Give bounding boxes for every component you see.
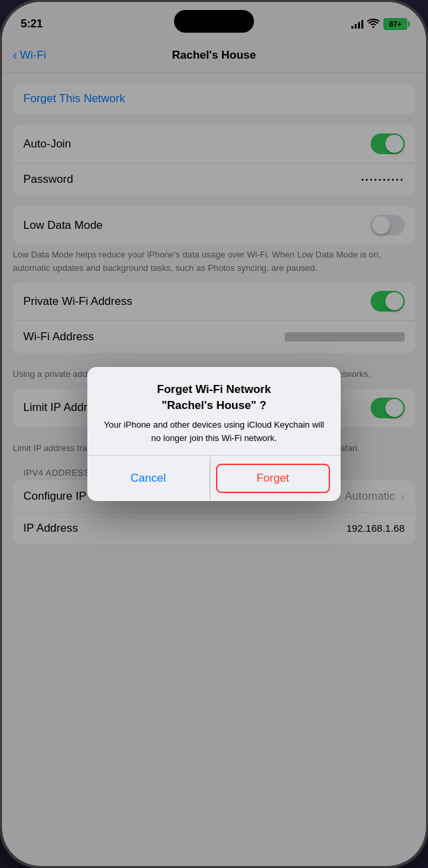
phone-frame: 5:21 87+ ‹	[0, 0, 428, 868]
alert-cancel-button[interactable]: Cancel	[87, 462, 210, 494]
screen: 5:21 87+ ‹	[2, 2, 426, 866]
alert-message: Your iPhone and other devices using iClo…	[103, 418, 325, 444]
alert-buttons: Cancel Forget	[87, 455, 341, 501]
alert-forget-button[interactable]: Forget	[216, 464, 331, 493]
alert-overlay: Forget Wi-Fi Network"Rachel's House" ? Y…	[2, 2, 426, 866]
alert-cancel-wrapper: Cancel	[87, 456, 211, 501]
alert-forget-wrapper: Forget	[211, 456, 341, 501]
alert-dialog: Forget Wi-Fi Network"Rachel's House" ? Y…	[87, 367, 341, 502]
alert-content: Forget Wi-Fi Network"Rachel's House" ? Y…	[87, 367, 341, 456]
alert-title: Forget Wi-Fi Network"Rachel's House" ?	[103, 382, 325, 414]
